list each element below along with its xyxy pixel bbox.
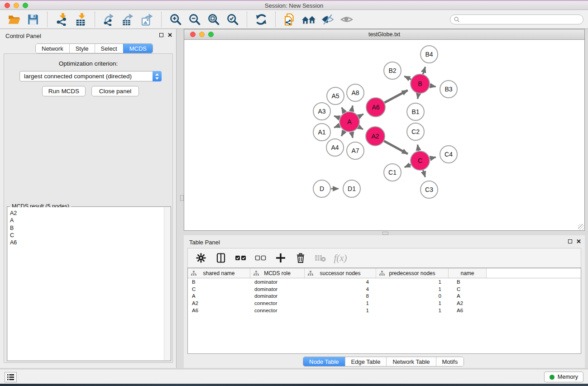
cell-name[interactable]: A <box>449 293 487 299</box>
import-table-button[interactable] <box>71 12 90 27</box>
graph-edge-C-C4[interactable] <box>430 157 435 158</box>
graph-node-B3[interactable]: B3 <box>440 81 457 98</box>
graph-edge-A6-B[interactable] <box>384 91 407 103</box>
graph-edge-A-A5[interactable] <box>342 107 344 112</box>
graph-node-C1[interactable]: C1 <box>384 164 401 181</box>
cell-predecessor-nodes[interactable]: 1 <box>376 300 449 306</box>
tab-motifs[interactable]: Motifs <box>436 357 464 366</box>
mcds-result-item[interactable]: A6 <box>10 239 164 246</box>
cell-mcds-role[interactable]: connector <box>250 308 305 313</box>
add-row-button[interactable] <box>274 251 287 265</box>
cell-name[interactable]: A6 <box>449 308 487 313</box>
graph-edge-A2-C[interactable] <box>384 141 407 154</box>
cell-name[interactable]: B <box>449 279 487 285</box>
export-table-button[interactable] <box>119 12 138 27</box>
table-row[interactable]: A2connector11A2 <box>188 300 581 307</box>
duplicate-network-button[interactable] <box>280 12 299 27</box>
table-row[interactable]: Adominator80A <box>188 293 581 300</box>
column-header-mcds-role[interactable]: MCDS role <box>250 268 305 278</box>
splitter-handle-left[interactable] <box>180 195 184 201</box>
graph-edge-A-A1[interactable] <box>334 125 339 128</box>
cell-mcds-role[interactable]: dominator <box>250 279 305 285</box>
cell-predecessor-nodes[interactable]: 1 <box>376 279 449 285</box>
graph-node-A4[interactable]: A4 <box>326 139 344 156</box>
graph-node-B1[interactable]: B1 <box>407 103 424 120</box>
graph-node-A3[interactable]: A3 <box>313 103 330 120</box>
close-panel-button[interactable]: Close panel <box>91 86 139 96</box>
network-window-titlebar[interactable]: testGlobe.txt <box>184 29 584 40</box>
graph-node-C2[interactable]: C2 <box>407 123 424 140</box>
cell-successor-nodes[interactable]: 4 <box>305 286 376 292</box>
zoom-selected-button[interactable] <box>223 12 242 27</box>
graph-edge-A-A6[interactable] <box>359 114 363 117</box>
cell-shared-name[interactable]: A6 <box>188 308 250 313</box>
graph-edge-A-A8[interactable] <box>352 105 353 111</box>
graph-node-A2[interactable]: A2 <box>366 127 385 146</box>
column-header-name[interactable]: name <box>449 268 487 278</box>
close-table-panel-icon[interactable]: ✕ <box>576 239 581 244</box>
mcds-result-item[interactable]: B <box>10 224 164 232</box>
network-canvas[interactable]: AA1A2A3A4A5A6A7A8BB1B2B3B4CC1C2C3C4DD1 <box>184 40 584 230</box>
export-image-button[interactable] <box>138 12 157 27</box>
cell-predecessor-nodes[interactable]: 0 <box>376 293 449 299</box>
graph-node-A5[interactable]: A5 <box>327 87 344 105</box>
graph-node-C3[interactable]: C3 <box>421 181 438 198</box>
result-scrollbar[interactable] <box>164 207 170 360</box>
graph-node-C4[interactable]: C4 <box>440 146 457 163</box>
settings-gear-button[interactable] <box>194 251 208 265</box>
cell-name[interactable]: A2 <box>449 300 487 306</box>
table-row[interactable]: Bdominator41B <box>188 278 581 286</box>
graph-node-D[interactable]: D <box>313 180 330 197</box>
graph-node-A8[interactable]: A8 <box>347 84 364 101</box>
tab-network-table[interactable]: Network Table <box>386 357 435 366</box>
column-header-shared-name[interactable]: shared name <box>188 268 250 278</box>
graph-edge-A-A7[interactable] <box>352 132 353 138</box>
cell-successor-nodes[interactable]: 8 <box>305 293 376 299</box>
cell-name[interactable]: C <box>449 286 487 292</box>
graph-edge-B-B3[interactable] <box>430 86 436 86</box>
cell-successor-nodes[interactable]: 1 <box>305 300 376 306</box>
resize-grip[interactable] <box>578 224 584 230</box>
task-history-button[interactable] <box>5 372 17 382</box>
column-header-successor-nodes[interactable]: successor nodes <box>305 268 376 278</box>
search-input[interactable] <box>460 15 583 24</box>
mcds-result-item[interactable]: C <box>10 232 164 239</box>
tab-style[interactable]: Style <box>69 44 95 53</box>
mcds-result-item[interactable]: A <box>10 217 164 224</box>
criterion-select[interactable]: largest connected component (directed) <box>19 71 162 81</box>
save-session-button[interactable] <box>24 12 43 27</box>
graph-edge-C-C1[interactable] <box>405 165 411 167</box>
tab-edge-table[interactable]: Edge Table <box>345 357 387 366</box>
zoom-out-button[interactable] <box>185 12 204 27</box>
zoom-fit-button[interactable] <box>204 12 223 27</box>
graph-edge-C-C3[interactable] <box>423 170 425 177</box>
graph-node-B[interactable]: B <box>411 74 430 93</box>
tab-mcds[interactable]: MCDS <box>123 44 153 53</box>
graph-edge-A-A4[interactable] <box>341 131 344 136</box>
cell-mcds-role[interactable]: connector <box>250 300 305 306</box>
cell-successor-nodes[interactable]: 1 <box>305 308 376 313</box>
delete-row-button[interactable] <box>294 251 307 265</box>
delete-table-button[interactable] <box>314 251 327 265</box>
float-panel-icon[interactable] <box>159 33 163 37</box>
graph-edge-C-C2[interactable] <box>417 145 418 151</box>
cell-mcds-role[interactable]: dominator <box>250 293 305 299</box>
graph-node-B4[interactable]: B4 <box>421 46 438 63</box>
cell-predecessor-nodes[interactable]: 1 <box>376 286 449 292</box>
graph-node-D1[interactable]: D1 <box>343 180 360 197</box>
column-header-predecessor-nodes[interactable]: predecessor nodes <box>376 268 449 278</box>
mcds-result-item[interactable]: A2 <box>10 210 164 217</box>
mcds-result-list[interactable]: A2ABCA6 <box>8 207 164 360</box>
cell-shared-name[interactable]: A <box>188 293 250 299</box>
memory-button[interactable]: Memory <box>544 372 583 382</box>
function-builder-button[interactable]: f(x) <box>334 251 347 265</box>
search-field[interactable] <box>450 14 583 24</box>
graph-node-A[interactable]: A <box>339 112 359 132</box>
cell-shared-name[interactable]: B <box>188 279 250 285</box>
deselect-all-button[interactable] <box>254 251 268 265</box>
hide-selection-button[interactable] <box>318 12 337 27</box>
graph-node-A1[interactable]: A1 <box>313 124 330 141</box>
column-chooser-button[interactable] <box>214 251 228 265</box>
tab-select[interactable]: Select <box>95 44 123 53</box>
splitter-handle-bottom[interactable] <box>382 232 388 235</box>
